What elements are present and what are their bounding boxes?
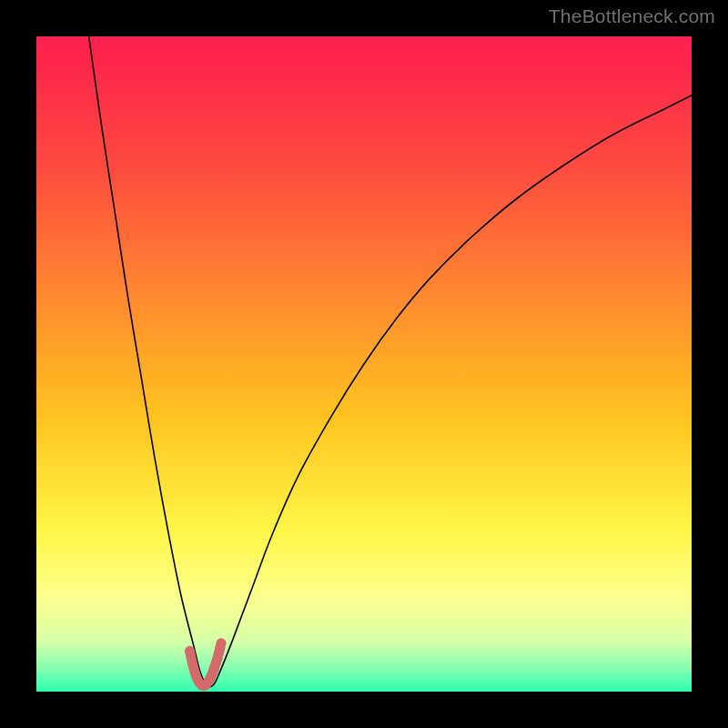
watermark-text: TheBottleneck.com	[549, 5, 715, 27]
plot-area	[36, 36, 692, 692]
curve-layer	[36, 36, 692, 692]
bottleneck-curve	[89, 36, 692, 687]
chart-stage: TheBottleneck.com	[0, 0, 728, 728]
